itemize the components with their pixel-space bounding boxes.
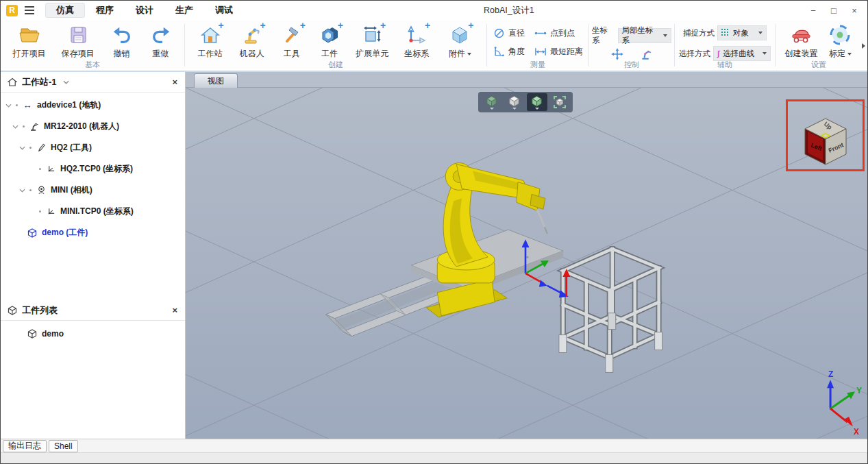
app-logo[interactable]: R <box>6 5 18 16</box>
expander-icon[interactable] <box>18 188 25 193</box>
viewport-tabbar: 视图 <box>186 72 867 88</box>
tab-simulation[interactable]: 仿真 <box>45 3 85 18</box>
tab-production[interactable]: 生产 <box>164 3 204 18</box>
tree-item-tool[interactable]: HQ2 (工具) <box>1 137 185 158</box>
3d-canvas[interactable]: Z Y X <box>186 88 867 439</box>
tab-design[interactable]: 设计 <box>125 3 164 18</box>
dropdown-caret-icon <box>762 52 767 55</box>
dropdown-caret-icon <box>663 34 667 37</box>
house-icon <box>8 77 17 87</box>
tree-item-mini-tcp0[interactable]: MINI.TCP0 (坐标系) <box>1 201 185 222</box>
create-workpiece-button[interactable]: + 工件 <box>312 23 347 60</box>
maximize-button[interactable]: □ <box>825 3 843 18</box>
snap-mode-label: 捕捉方式 <box>683 28 715 38</box>
rail-icon: ↔ <box>22 100 33 110</box>
workstation-house-icon: + <box>199 24 221 46</box>
view-shaded-white-button[interactable] <box>504 93 525 111</box>
plus-badge-icon: + <box>338 21 343 29</box>
main-area: 工作站-1 × ↔ addevice1 (地轨) MR <box>1 72 867 439</box>
tree-item-camera[interactable]: MINI (相机) <box>1 180 185 201</box>
workstation-panel-header: 工作站-1 × <box>1 72 185 93</box>
parts-list-panel: 工件列表 × demo <box>1 300 185 439</box>
dropdown-caret-icon[interactable] <box>847 53 852 56</box>
redo-button[interactable]: 重做 <box>145 23 177 60</box>
window-controls: − □ × <box>804 1 863 20</box>
measure-diameter-button[interactable]: 直径 <box>493 24 532 42</box>
zoom-fit-button[interactable] <box>549 93 570 111</box>
group-label-assist: 辅助 <box>675 60 775 70</box>
save-project-button[interactable]: 保存项目 <box>57 23 99 60</box>
viewcube[interactable]: Up Left Front <box>788 101 863 169</box>
3d-scene: Z Y X <box>186 88 867 439</box>
parts-item-demo[interactable]: demo <box>1 323 185 344</box>
create-workstation-button[interactable]: + 工作站 <box>190 23 230 60</box>
create-device-button[interactable]: 创建装置 <box>780 23 823 60</box>
workstation-panel: 工作站-1 × ↔ addevice1 (地轨) MR <box>1 72 185 300</box>
calibrate-button[interactable]: 标定 <box>823 23 858 60</box>
view-wireframe-button[interactable] <box>482 93 502 111</box>
minimize-button[interactable]: − <box>804 3 822 18</box>
calibration-target-icon <box>829 24 851 46</box>
plus-badge-icon: + <box>468 21 473 29</box>
move-tool-icon[interactable] <box>610 47 624 61</box>
chevron-down-icon[interactable] <box>63 80 69 84</box>
main-menu-button[interactable] <box>21 10 38 11</box>
ribbon-group-basic: 打开项目 保存项目 撤销 <box>1 20 184 71</box>
create-extension-unit-button[interactable]: + 扩展单元 <box>349 23 395 60</box>
tcp-frame-icon <box>45 207 56 216</box>
create-frame-button[interactable]: + 坐标系 <box>397 23 436 60</box>
workstation-tree: ↔ addevice1 (地轨) MR12-2010 (机器人) HQ2 (工具… <box>1 93 185 300</box>
open-project-button[interactable]: 打开项目 <box>8 23 51 60</box>
measure-shortest-distance-button[interactable]: 最短距离 <box>534 42 591 61</box>
ribbon-group-create: + 工作站 + 机器人 + 工具 <box>185 20 486 71</box>
create-robot-button[interactable]: + 机器人 <box>232 23 272 60</box>
tree-item-robot[interactable]: MR12-2010 (机器人) <box>1 116 185 137</box>
axis-y-label: Y <box>856 386 862 395</box>
tab-debug[interactable]: 调试 <box>204 3 244 18</box>
folder-icon <box>18 24 40 46</box>
view-shaded-green-button[interactable] <box>527 93 547 111</box>
create-tool-button[interactable]: + 工具 <box>274 23 310 60</box>
expander-icon[interactable] <box>18 146 25 150</box>
snap-mode-select[interactable]: 对象 <box>717 25 767 40</box>
tree-item-hq2-tcp0[interactable]: HQ2.TCP0 (坐标系) <box>1 158 185 180</box>
measure-angle-button[interactable]: 角度 <box>493 42 532 61</box>
camera-icon <box>36 186 47 195</box>
parts-panel-close-button[interactable]: × <box>164 305 185 315</box>
robot-jog-icon[interactable] <box>639 47 653 61</box>
dropdown-caret-icon <box>490 108 494 110</box>
bullet-icon <box>16 104 18 106</box>
bullet-icon <box>39 168 41 170</box>
group-label-settings: 设置 <box>776 60 862 70</box>
app-window: R 仿真 程序 设计 生产 调试 RobAI_设计1 − □ × 打开项目 <box>0 0 868 464</box>
workstation-panel-close-button[interactable]: × <box>164 77 185 87</box>
undo-button[interactable]: 撤销 <box>106 23 138 60</box>
bullet-icon <box>29 147 32 149</box>
undo-icon <box>111 24 133 46</box>
select-mode-select[interactable]: ∫ 选择曲线 <box>713 46 771 61</box>
view-tab[interactable]: 视图 <box>194 73 238 88</box>
tree-item-addevice1[interactable]: ↔ addevice1 (地轨) <box>1 95 185 116</box>
tree-item-demo-workpiece[interactable]: demo (工件) <box>1 222 185 243</box>
measure-point-to-point-button[interactable]: 点到点 <box>534 24 591 42</box>
snap-grid-icon <box>721 29 730 37</box>
pen-tool-icon <box>36 143 47 152</box>
create-attachment-button[interactable]: + 附件 <box>438 23 481 60</box>
tcp-frame-icon <box>45 164 56 173</box>
dropdown-caret-icon[interactable] <box>467 53 471 56</box>
robot-icon <box>29 122 40 132</box>
extension-unit-icon: + <box>361 24 383 46</box>
ribbon-overflow-icon[interactable] <box>862 43 865 49</box>
close-button[interactable]: × <box>845 3 863 18</box>
output-log-tab[interactable]: 输出日志 <box>3 440 47 452</box>
ribbon-group-assist: 捕捉方式 对象 选择方式 ∫ 选择曲线 辅助 <box>675 20 775 71</box>
shell-tab[interactable]: Shell <box>49 440 78 452</box>
white-cube-icon <box>508 95 520 107</box>
expander-icon[interactable] <box>5 103 12 108</box>
redo-icon <box>150 24 172 46</box>
expander-icon[interactable] <box>12 125 18 129</box>
coord-system-label: 坐标系 <box>592 25 615 46</box>
coord-system-select[interactable]: 局部坐标系 <box>618 28 672 43</box>
ribbon-group-control: 坐标系 局部坐标系 控制 <box>589 20 674 71</box>
tab-program[interactable]: 程序 <box>85 3 125 18</box>
